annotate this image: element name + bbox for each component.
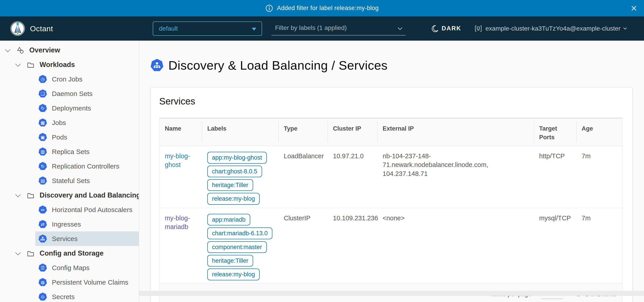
- overview-objects-icon: [16, 46, 24, 54]
- service-name-link[interactable]: my-blog-mariadb: [165, 214, 198, 231]
- cluster-label: example-cluster-ka3TuTzYo4a@example-clus…: [486, 25, 620, 32]
- cluster-selector[interactable]: example-cluster-ka3TuTzYo4a@example-clus…: [474, 16, 626, 41]
- chevron-down-icon[interactable]: [15, 250, 20, 255]
- replica-sets-icon: ▥: [38, 148, 47, 156]
- sidebar-item-overview[interactable]: Overview: [0, 43, 139, 57]
- column-header-external-ip: External IP: [377, 118, 534, 146]
- sidebar-item-discovery-and-load-balancing[interactable]: Discovery and Load Balancing: [0, 188, 139, 202]
- sidebar-item-persistent-volume-claims[interactable]: ◍Persistent Volume Claims: [0, 275, 139, 290]
- namespace-select[interactable]: default: [153, 21, 262, 36]
- sidebar-item-label: Secrets: [52, 293, 75, 301]
- cell-name: my-blog-mariadb: [160, 208, 202, 284]
- stateful-sets-icon: ▤: [38, 176, 47, 185]
- sidebar-item-label: Config Maps: [52, 264, 90, 272]
- sidebar-item-jobs[interactable]: ▦Jobs: [0, 115, 139, 130]
- octant-logo-icon: [10, 21, 26, 36]
- cell-target-ports: http/TCP: [534, 146, 576, 208]
- sidebar-item-label: Stateful Sets: [52, 177, 90, 185]
- sidebar-item-services[interactable]: Services: [0, 231, 139, 246]
- service-name-link[interactable]: my-blog-ghost: [165, 152, 198, 169]
- sidebar-item-label: Discovery and Load Balancing: [40, 191, 139, 199]
- moon-icon: [431, 25, 439, 32]
- column-header-cluster-ip: Cluster IP: [328, 118, 377, 146]
- column-header-age: Age: [576, 118, 622, 146]
- sidebar-item-label: Ingresses: [52, 221, 81, 228]
- label-filter-input[interactable]: [272, 24, 406, 35]
- label-pill[interactable]: heritage:Tiller: [207, 255, 253, 267]
- services-icon: [38, 235, 47, 243]
- label-filter: [272, 24, 406, 35]
- persistent-volume-claims-icon: ◍: [38, 278, 47, 287]
- sidebar-item-label: Services: [52, 235, 78, 243]
- card-heading: Services: [159, 96, 622, 107]
- label-pill[interactable]: release:my-blog: [207, 269, 260, 280]
- sidebar-item-label: Pods: [52, 134, 67, 141]
- sidebar-item-ingresses[interactable]: ⇄Ingresses: [0, 217, 139, 231]
- sidebar-item-replica-sets[interactable]: ▥Replica Sets: [0, 145, 139, 159]
- jobs-icon: ▦: [38, 119, 47, 127]
- label-pill[interactable]: chart:mariadb-6.13.0: [207, 227, 272, 239]
- column-header-name: Name: [160, 118, 202, 146]
- cell-cluster-ip: 10.109.231.236: [328, 208, 377, 284]
- sidebar-item-config-maps[interactable]: ☰Config Maps: [0, 261, 139, 275]
- label-pill[interactable]: chart:ghost-8.0.5: [207, 166, 262, 177]
- sidebar-item-deployments[interactable]: ↻Deployments: [0, 101, 139, 115]
- persistent-volume-claims-icon: ◍: [38, 278, 47, 287]
- cell-external-ip: <none>: [377, 208, 534, 284]
- sidebar-item-label: Overview: [29, 46, 60, 54]
- label-pill[interactable]: component:master: [207, 241, 267, 253]
- close-icon[interactable]: [630, 4, 638, 12]
- services-icon: [150, 59, 164, 72]
- replication-controllers-icon: ↻: [38, 162, 47, 170]
- cell-labels: app:mariadbchart:mariadb-6.13.0component…: [202, 208, 278, 284]
- label-pill[interactable]: app:mariadb: [207, 214, 250, 225]
- app-header: Octant default DARK example-cluster-ka3T…: [0, 16, 644, 41]
- sidebar-item-replication-controllers[interactable]: ↻Replication Controllers: [0, 159, 139, 173]
- sidebar-item-secrets[interactable]: ⊙Secrets: [0, 290, 139, 302]
- sidebar-item-label: Replica Sets: [52, 148, 90, 155]
- cron-jobs-icon: ◷: [38, 75, 47, 83]
- sidebar-item-stateful-sets[interactable]: ▤Stateful Sets: [0, 173, 139, 188]
- namespace-value: default: [159, 25, 178, 32]
- stateful-sets-icon: ▤: [38, 176, 47, 185]
- sidebar-item-label: Replication Controllers: [52, 162, 120, 170]
- secrets-icon: ⊙: [38, 293, 47, 301]
- pods-icon: ▣: [38, 133, 47, 142]
- theme-toggle-label: DARK: [442, 25, 461, 32]
- cell-age: 7m: [576, 208, 622, 284]
- sidebar-item-label: Cron Jobs: [52, 75, 82, 83]
- horizontal-scrollbar-track[interactable]: [139, 291, 644, 296]
- sidebar-item-cron-jobs[interactable]: ◷Cron Jobs: [0, 72, 139, 86]
- sidebar-item-pods[interactable]: ▣Pods: [0, 130, 139, 145]
- sidebar-item-workloads[interactable]: Workloads: [0, 57, 139, 72]
- chevron-down-icon[interactable]: [15, 61, 20, 67]
- cell-target-ports: mysql/TCP: [534, 208, 576, 284]
- sidebar-item-config-and-storage[interactable]: Config and Storage: [0, 246, 139, 261]
- jobs-icon: ▦: [38, 119, 47, 127]
- page-title-text: Discovery & Load Balancing / Services: [168, 58, 388, 73]
- deployments-icon: ↻: [38, 104, 47, 113]
- services-card: Services NameLabelsTypeCluster IPExterna…: [150, 87, 632, 302]
- replica-sets-icon: ▥: [38, 148, 47, 156]
- label-pill[interactable]: heritage:Tiller: [207, 179, 253, 191]
- secrets-icon: ⊙: [38, 293, 47, 301]
- app-body: OverviewWorkloads◷Cron Jobs❏Daemon Sets↻…: [0, 41, 644, 302]
- column-header-labels: Labels: [202, 118, 278, 146]
- sidebar-item-label: Config and Storage: [40, 249, 104, 257]
- theme-toggle-button[interactable]: DARK: [431, 16, 461, 41]
- app-title: Octant: [30, 24, 53, 33]
- config-maps-icon: ☰: [38, 264, 47, 272]
- chevron-down-icon[interactable]: [5, 47, 10, 52]
- ingresses-icon: ⇄: [38, 220, 47, 229]
- label-pill[interactable]: app:my-blog-ghost: [207, 152, 267, 163]
- chevron-down-icon[interactable]: [15, 192, 20, 197]
- sidebar-item-daemon-sets[interactable]: ❏Daemon Sets: [0, 86, 139, 101]
- chevron-down-icon: [623, 26, 627, 30]
- table-header-row: NameLabelsTypeCluster IPExternal IPTarge…: [160, 118, 622, 146]
- alert-banner: Added filter for label release:my-blog: [0, 0, 644, 16]
- sidebar-item-label: Persistent Volume Claims: [52, 279, 128, 286]
- label-pill[interactable]: release:my-blog: [207, 193, 260, 204]
- info-icon: [266, 4, 273, 12]
- sidebar-item-horizontal-pod-autoscalers[interactable]: ⇔Horizontal Pod Autoscalers: [0, 202, 139, 217]
- cell-age: 7m: [576, 146, 622, 208]
